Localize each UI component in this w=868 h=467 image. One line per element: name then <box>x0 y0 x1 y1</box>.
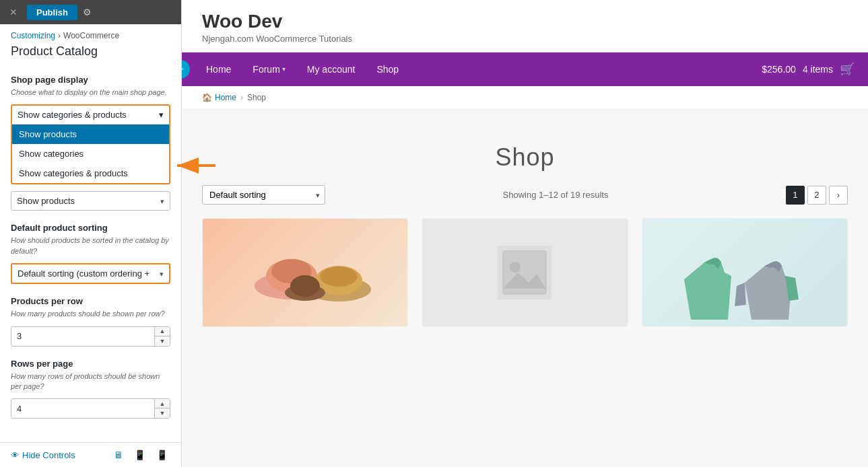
product-card-hats[interactable] <box>202 218 408 327</box>
product-card-placeholder[interactable] <box>422 218 628 327</box>
product-image-hoodies <box>642 219 847 326</box>
breadcrumb-home-link[interactable]: 🏠 Home <box>202 93 236 102</box>
sidebar-footer: 👁 Hide Controls 🖥 📱 📱 <box>0 442 181 467</box>
footer-device-icons: 🖥 📱 📱 <box>111 448 170 462</box>
settings-button[interactable]: ⚙ <box>83 7 92 17</box>
page-2-button[interactable]: 2 <box>807 186 826 205</box>
default-sorting-select-wrapper[interactable]: Default sorting (custom ordering + r ▾ <box>11 263 170 284</box>
main-content: Woo Dev Njengah.com WooCommerce Tutorial… <box>182 0 868 467</box>
default-sorting-select[interactable]: Default sorting (custom ordering + r <box>12 264 169 283</box>
shop-display-section: Shop page display Choose what to display… <box>11 75 170 211</box>
svg-point-10 <box>510 262 521 273</box>
nav-forum-arrow-icon: ▾ <box>282 52 286 86</box>
close-button[interactable]: ✕ <box>5 5 22 19</box>
nav-link-shop[interactable]: Shop <box>366 52 409 86</box>
products-per-row-decrement[interactable]: ▼ <box>155 336 170 346</box>
products-per-row-input[interactable] <box>11 327 154 345</box>
products-per-row-desc: How many products should be shown per ro… <box>11 309 170 319</box>
site-tagline: Njengah.com WooCommerce Tutorials <box>202 34 848 44</box>
nav-bar: ✏ Home Forum ▾ My account Shop $256.00 4… <box>182 52 868 86</box>
svg-point-7 <box>290 275 320 297</box>
svg-point-5 <box>320 266 358 287</box>
tablet-view-button[interactable]: 📱 <box>131 448 148 462</box>
rows-per-page-spinners: ▲ ▼ <box>154 399 170 418</box>
products-per-row-section: Products per row How many products shoul… <box>11 296 170 346</box>
default-sorting-desc: How should products be sorted in the cat… <box>11 236 170 256</box>
dropdown-selected-value: Show categories & products <box>18 110 127 120</box>
rows-per-page-input[interactable] <box>11 400 154 418</box>
products-per-row-input-wrapper: ▲ ▼ <box>11 326 170 347</box>
pagination: 1 2 › <box>786 186 848 205</box>
second-display-select[interactable]: Show products Show categories Show categ… <box>11 192 170 210</box>
breadcrumb-shop-label: Shop <box>247 93 266 102</box>
rows-per-page-decrement[interactable]: ▼ <box>155 408 170 418</box>
hide-controls-button[interactable]: 👁 Hide Controls <box>11 450 75 460</box>
rows-per-page-title: Rows per page <box>11 359 170 369</box>
default-sorting-section: Default product sorting How should produ… <box>11 223 170 284</box>
pagination-next-button[interactable]: › <box>829 186 848 205</box>
sidebar: ✕ Publish ⚙ Customizing › WooCommerce Pr… <box>0 0 182 467</box>
rows-per-page-section: Rows per page How many rows of products … <box>11 359 170 419</box>
mobile-view-button[interactable]: 📱 <box>154 448 170 462</box>
nav-link-my-account[interactable]: My account <box>296 52 366 86</box>
product-image-hats <box>203 219 407 326</box>
sidebar-section-title: Product Catalog <box>0 43 181 67</box>
eye-icon: 👁 <box>11 450 20 460</box>
shop-page-title: Shop <box>202 143 848 172</box>
site-header: Woo Dev Njengah.com WooCommerce Tutorial… <box>182 0 868 52</box>
product-card-hoodies[interactable] <box>642 218 848 327</box>
shop-breadcrumb: 🏠 Home › Shop <box>182 86 868 110</box>
edit-nav-button[interactable]: ✏ <box>182 60 190 79</box>
default-sorting-title: Default product sorting <box>11 223 170 233</box>
product-grid <box>202 218 848 327</box>
breadcrumb-separator: › <box>240 93 243 102</box>
nav-cart: $256.00 4 items 🛒 <box>762 62 855 77</box>
rows-per-page-desc: How many rows of products should be show… <box>11 371 170 392</box>
dropdown-option-show-products[interactable]: Show products <box>12 124 169 144</box>
shop-display-title: Shop page display <box>11 75 170 85</box>
desktop-view-button[interactable]: 🖥 <box>111 448 126 462</box>
publish-button[interactable]: Publish <box>27 5 77 20</box>
sidebar-content: Shop page display Choose what to display… <box>0 67 181 442</box>
results-count: Showing 1–12 of 19 results <box>503 190 609 200</box>
breadcrumb-home-label: Home <box>215 93 236 102</box>
product-image-placeholder <box>422 219 627 326</box>
breadcrumb-parent[interactable]: Customizing <box>11 31 55 40</box>
cart-amount: $256.00 <box>762 64 796 75</box>
shop-display-dropdown-menu: Show products Show categories Show categ… <box>11 124 170 184</box>
cart-items-count: 4 items <box>803 64 833 75</box>
site-title: Woo Dev <box>202 11 848 32</box>
breadcrumb: Customizing › WooCommerce <box>0 24 181 43</box>
nav-forum-label: Forum <box>253 52 279 86</box>
nav-link-forum[interactable]: Forum ▾ <box>242 52 296 86</box>
hide-controls-label: Hide Controls <box>22 450 75 460</box>
cart-icon[interactable]: 🛒 <box>840 62 855 77</box>
shop-area: Shop Default sorting Sort by popularity … <box>182 110 868 467</box>
shop-display-desc: Choose what to display on the main shop … <box>11 87 170 98</box>
nav-link-home[interactable]: Home <box>195 52 242 86</box>
home-icon: 🏠 <box>202 93 212 102</box>
dropdown-option-show-categories-products[interactable]: Show categories & products <box>12 164 169 183</box>
breadcrumb-arrow: › <box>58 31 61 40</box>
shop-display-dropdown-trigger[interactable]: Show categories & products ▾ <box>11 104 170 124</box>
sort-select-wrapper: Default sorting Sort by popularity Sort … <box>202 185 325 205</box>
rows-per-page-input-wrapper: ▲ ▼ <box>11 398 170 419</box>
dropdown-option-show-categories[interactable]: Show categories <box>12 144 169 164</box>
dropdown-arrow-icon: ▾ <box>159 110 164 120</box>
rows-per-page-increment[interactable]: ▲ <box>155 399 170 408</box>
products-per-row-title: Products per row <box>11 296 170 306</box>
page-1-button[interactable]: 1 <box>786 186 805 205</box>
nav-links: Home Forum ▾ My account Shop <box>195 52 762 86</box>
sort-select[interactable]: Default sorting Sort by popularity Sort … <box>202 185 325 205</box>
breadcrumb-current: WooCommerce <box>63 31 119 40</box>
second-display-select-wrapper[interactable]: Show products Show categories Show categ… <box>11 191 170 211</box>
products-per-row-spinners: ▲ ▼ <box>154 327 170 346</box>
products-per-row-increment[interactable]: ▲ <box>155 327 170 336</box>
sidebar-topbar: ✕ Publish ⚙ <box>0 0 181 24</box>
shop-toolbar: Default sorting Sort by popularity Sort … <box>202 185 848 205</box>
